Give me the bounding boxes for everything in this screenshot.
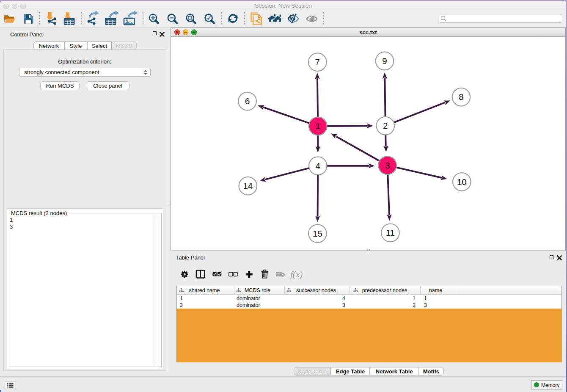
svg-text:f(x): f(x) (290, 269, 303, 279)
svg-text:15: 15 (312, 228, 322, 238)
svg-text:8: 8 (459, 92, 463, 102)
svg-text:10: 10 (457, 177, 466, 186)
svg-text:14: 14 (243, 181, 253, 190)
svg-text:1: 1 (315, 121, 320, 131)
svg-text:6: 6 (245, 96, 249, 106)
svg-text:9: 9 (382, 56, 387, 66)
svg-text:2: 2 (383, 121, 388, 130)
svg-text:4: 4 (315, 160, 320, 170)
svg-text:7: 7 (315, 57, 319, 66)
svg-text:11: 11 (385, 228, 394, 237)
svg-text:3: 3 (385, 160, 389, 170)
